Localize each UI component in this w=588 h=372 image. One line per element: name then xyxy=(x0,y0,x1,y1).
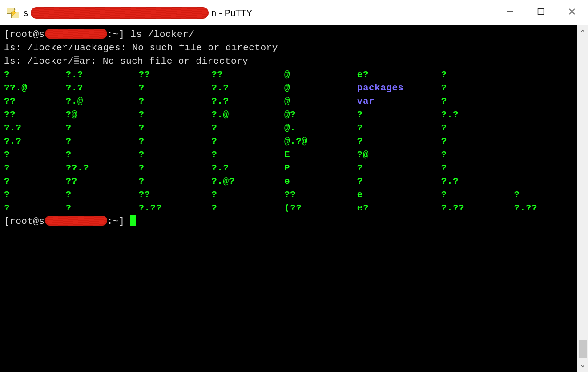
svg-rect-1 xyxy=(538,9,544,15)
ls-entry: e? xyxy=(357,202,441,215)
client-area: [root@s:~] ls /locker/ls: /locker/uackag… xyxy=(0,25,588,372)
scroll-up-icon[interactable] xyxy=(577,25,588,37)
ls-entry: ? xyxy=(4,202,66,215)
ls-entry: @ xyxy=(284,95,357,108)
ls-entry: ? xyxy=(357,108,441,121)
ls-entry: ? xyxy=(357,121,441,135)
ls-entry: ? xyxy=(441,162,514,175)
terminal[interactable]: [root@s:~] ls /locker/ls: /locker/uackag… xyxy=(0,25,577,372)
ls-entry: ? xyxy=(4,162,66,175)
ls-entry: ? xyxy=(357,162,441,175)
ls-row: ????E?@? xyxy=(4,148,573,162)
ls-entry: ? xyxy=(211,135,284,148)
scroll-down-icon[interactable] xyxy=(577,360,588,372)
ls-row: ??.?????@e?? xyxy=(4,68,573,81)
ls-entry: ?.?? xyxy=(514,202,553,215)
ls-entry: @? xyxy=(284,108,357,121)
ls-entry: ?.? xyxy=(66,68,139,81)
error-line: ls: /locker/uackages: No such file or di… xyxy=(4,41,573,55)
ls-entry: ? xyxy=(441,95,514,108)
ls-entry: e xyxy=(284,175,357,188)
ls-entry: ? xyxy=(441,81,514,95)
error-line: ls: /locker/ar: No such file or director… xyxy=(4,55,573,68)
ls-entry: ?? xyxy=(4,108,66,121)
ls-entry: ?@ xyxy=(357,148,441,162)
cursor xyxy=(130,215,136,226)
redacted-hostname xyxy=(31,7,209,19)
ls-entry-dir: var xyxy=(357,95,441,108)
redacted-text xyxy=(45,29,107,39)
ls-entry: @. xyxy=(284,121,357,135)
corrupt-char xyxy=(74,56,79,65)
maximize-button[interactable] xyxy=(525,0,556,23)
minimize-button[interactable] xyxy=(494,0,525,23)
ls-entry: ?.@ xyxy=(66,95,139,108)
ls-entry: ?? xyxy=(138,188,211,202)
ls-entry: ? xyxy=(211,121,284,135)
ls-entry: ?? xyxy=(66,175,139,188)
ls-entry: ? xyxy=(211,148,284,162)
ls-row: ???.@??.?@var? xyxy=(4,95,573,108)
ls-entry: e? xyxy=(357,68,441,81)
prompt-line: [root@s:~] ls /locker/ xyxy=(4,28,573,41)
redacted-text xyxy=(45,216,107,226)
ls-entry-dir: packages xyxy=(357,81,441,95)
ls-entry: ??.@ xyxy=(4,81,66,95)
ls-entry: ? xyxy=(357,175,441,188)
ls-row: ???????e?? xyxy=(4,188,573,202)
ls-entry: ? xyxy=(441,68,514,81)
ls-entry: ?.? xyxy=(4,135,66,148)
ls-entry: ?.@? xyxy=(211,175,284,188)
ls-row: ?????.@?e??.? xyxy=(4,175,573,188)
ls-entry: ? xyxy=(4,175,66,188)
ls-entry: @ xyxy=(284,81,357,95)
ls-entry: ? xyxy=(66,202,139,215)
close-button[interactable] xyxy=(556,0,588,23)
ls-entry: ? xyxy=(138,108,211,121)
ls-entry: ?.? xyxy=(441,108,514,121)
ls-entry: ? xyxy=(441,148,514,162)
ls-entry: ?? xyxy=(284,188,357,202)
ls-entry: ? xyxy=(441,135,514,148)
ls-entry: @.?@ xyxy=(284,135,357,148)
ls-entry: ? xyxy=(4,148,66,162)
ls-entry: ?? xyxy=(138,68,211,81)
ls-entry: ? xyxy=(441,188,514,202)
ls-entry: ?? xyxy=(211,68,284,81)
ls-row: ???.???(??e??.???.?? xyxy=(4,202,573,215)
scroll-thumb[interactable] xyxy=(579,340,587,358)
ls-entry: @ xyxy=(284,68,357,81)
prompt-line: [root@s:~] xyxy=(4,215,573,228)
putty-icon: ⚡ xyxy=(7,7,19,19)
scrollbar[interactable] xyxy=(577,25,588,372)
ls-entry: ? xyxy=(211,202,284,215)
ls-entry: E xyxy=(284,148,357,162)
ls-entry: ?.? xyxy=(211,95,284,108)
ls-entry: (?? xyxy=(284,202,357,215)
ls-entry: ??.? xyxy=(66,162,139,175)
ls-entry: ? xyxy=(441,121,514,135)
ls-entry: ?.? xyxy=(66,81,139,95)
ls-entry: ? xyxy=(357,135,441,148)
ls-entry: ? xyxy=(138,175,211,188)
ls-row: ??.@?.???.?@packages? xyxy=(4,81,573,95)
ls-entry: ?.?? xyxy=(138,202,211,215)
ls-entry: ? xyxy=(514,188,553,202)
ls-entry: ? xyxy=(4,188,66,202)
ls-entry: ? xyxy=(66,135,139,148)
ls-entry: ?.? xyxy=(4,121,66,135)
ls-entry: e xyxy=(357,188,441,202)
ls-row: ?.????@.?? xyxy=(4,121,573,135)
ls-entry: ? xyxy=(66,148,139,162)
ls-entry: ?.? xyxy=(441,175,514,188)
ls-entry: ?.?? xyxy=(441,202,514,215)
putty-window: ⚡ sn - PuTTY [root@s:~] ls /locker/ls: /… xyxy=(0,0,588,372)
ls-entry: ?.? xyxy=(211,162,284,175)
titlebar[interactable]: ⚡ sn - PuTTY xyxy=(0,0,588,25)
window-controls xyxy=(494,0,588,23)
ls-entry: ? xyxy=(66,121,139,135)
ls-entry: ? xyxy=(138,121,211,135)
ls-row: ???.???.?P?? xyxy=(4,162,573,175)
ls-entry: ?.? xyxy=(211,81,284,95)
window-title: sn - PuTTY xyxy=(24,7,252,19)
